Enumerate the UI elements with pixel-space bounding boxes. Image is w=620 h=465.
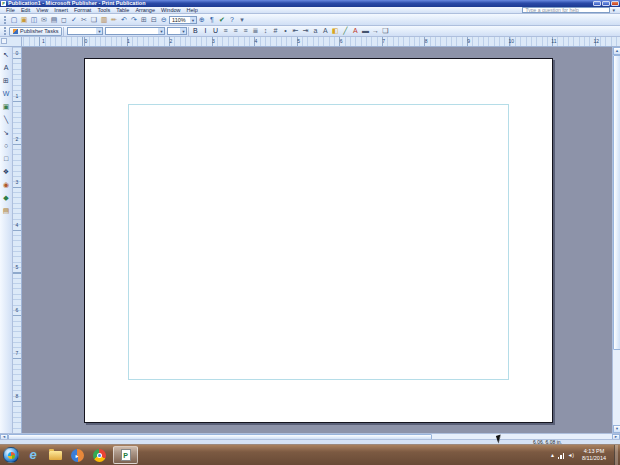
publisher-tasks-button[interactable]: Publisher Tasks	[9, 27, 62, 36]
insert-wordart-tool[interactable]: W	[0, 87, 12, 100]
undo-button[interactable]: ↶	[119, 15, 129, 25]
text-box-tool[interactable]: A	[0, 61, 12, 74]
rectangle-tool[interactable]: □	[0, 152, 12, 165]
shadow-style-button[interactable]: ❏	[380, 26, 390, 36]
vertical-scroll-thumb[interactable]	[613, 55, 620, 350]
select-objects-tool[interactable]: ↖	[0, 48, 12, 61]
network-icon[interactable]	[558, 452, 565, 459]
windows-explorer-button[interactable]	[47, 447, 63, 463]
decrease-font-button[interactable]: a	[310, 26, 320, 36]
print-button[interactable]: ▤	[49, 15, 59, 25]
spelling-button[interactable]: ✓	[69, 15, 79, 25]
menu-item[interactable]: Help	[184, 7, 201, 14]
content-library-tool[interactable]: ▤	[0, 204, 12, 217]
vertical-ruler[interactable]: 012345678	[13, 47, 22, 433]
zoom-out-button[interactable]: ⊖	[159, 15, 169, 25]
taskbar-clock[interactable]: 4:13 PM 8/11/2014	[577, 448, 611, 462]
help-button[interactable]: ?	[227, 15, 237, 25]
chevron-down-icon[interactable]: ▼	[96, 28, 102, 34]
underline-button[interactable]: U	[210, 26, 220, 36]
bring-to-front-button[interactable]: ⊞	[139, 15, 149, 25]
line-style-button[interactable]: ▬	[360, 26, 370, 36]
italic-button[interactable]: I	[200, 26, 210, 36]
open-button[interactable]: ▣	[19, 15, 29, 25]
workspace-scratch-area[interactable]	[22, 47, 612, 433]
increase-font-button[interactable]: A	[320, 26, 330, 36]
zoom-in-button[interactable]: ⊕	[197, 15, 207, 25]
scroll-down-icon[interactable]: ▼	[613, 425, 620, 433]
format-painter-button[interactable]: ✏	[109, 15, 119, 25]
decrease-indent-button[interactable]: ⇤	[290, 26, 300, 36]
media-player-button[interactable]: ▸	[69, 447, 85, 463]
menu-item[interactable]: Table	[113, 7, 132, 14]
hot-spot-tool[interactable]: ◉	[0, 178, 12, 191]
justify-button[interactable]: ≣	[250, 26, 260, 36]
paste-button[interactable]: ▥	[99, 15, 109, 25]
toolbar-grip[interactable]	[4, 27, 7, 35]
menu-item[interactable]: Edit	[18, 7, 33, 14]
cut-button[interactable]: ✂	[79, 15, 89, 25]
new-button[interactable]: ▢	[9, 15, 19, 25]
autoshapes-tool[interactable]: ❖	[0, 165, 12, 178]
start-button[interactable]	[3, 447, 19, 463]
numbering-button[interactable]: #	[270, 26, 280, 36]
zoom-combobox[interactable]: 110% ▼	[169, 16, 197, 24]
internet-explorer-button[interactable]: e	[25, 447, 41, 463]
font-combobox[interactable]: ▼	[105, 27, 165, 35]
print-preview-button[interactable]: ◻	[59, 15, 69, 25]
menu-item[interactable]: View	[33, 7, 51, 14]
picture-frame-tool[interactable]: ▣	[0, 100, 12, 113]
volume-icon[interactable]: ◄)	[567, 452, 574, 458]
align-center-button[interactable]: ≡	[230, 26, 240, 36]
align-right-button[interactable]: ≡	[240, 26, 250, 36]
fill-color-button[interactable]: ◧	[330, 26, 340, 36]
publisher-taskbar-button[interactable]: P	[113, 446, 138, 464]
send-to-back-button[interactable]: ⊟	[149, 15, 159, 25]
publication-page[interactable]	[84, 58, 553, 423]
scroll-up-icon[interactable]: ▲	[613, 47, 620, 55]
maximize-button[interactable]	[602, 1, 610, 6]
special-characters-button[interactable]: ¶	[207, 15, 217, 25]
arrow-style-button[interactable]: →	[370, 26, 380, 36]
oval-tool[interactable]: ○	[0, 139, 12, 152]
align-left-button[interactable]: ≡	[220, 26, 230, 36]
toolbar-options-button[interactable]: ▾	[237, 15, 247, 25]
redo-button[interactable]: ↷	[129, 15, 139, 25]
ruler-origin-box[interactable]	[0, 37, 22, 47]
bullets-button[interactable]: •	[280, 26, 290, 36]
menu-item[interactable]: Format	[71, 7, 94, 14]
help-question-input[interactable]: Type a question for help	[522, 7, 610, 13]
line-tool[interactable]: ╲	[0, 113, 12, 126]
font-color-button[interactable]: A	[350, 26, 360, 36]
insert-table-tool[interactable]: ⊞	[0, 74, 12, 87]
design-checker-button[interactable]: ✔	[217, 15, 227, 25]
chevron-down-icon[interactable]: ▼	[158, 28, 164, 34]
chrome-button[interactable]	[91, 447, 107, 463]
vertical-scrollbar[interactable]: ▲ ▼	[612, 47, 620, 433]
menu-item[interactable]: Arrange	[132, 7, 158, 14]
copy-button[interactable]: ❏	[89, 15, 99, 25]
bold-button[interactable]: B	[190, 26, 200, 36]
font-size-combobox[interactable]: ▼	[167, 27, 187, 35]
menu-item[interactable]: Window	[158, 7, 184, 14]
design-gallery-object-tool[interactable]: ◆	[0, 191, 12, 204]
minimize-button[interactable]	[593, 1, 601, 6]
tab-selector-icon[interactable]	[1, 38, 7, 44]
line-spacing-button[interactable]: ↕	[260, 26, 270, 36]
menu-item[interactable]: Tools	[94, 7, 113, 14]
menu-item[interactable]: File	[3, 7, 18, 14]
line-color-button[interactable]: ╱	[340, 26, 350, 36]
toolbar-grip[interactable]	[4, 16, 7, 24]
chevron-down-icon[interactable]: ▾	[610, 7, 617, 13]
show-hidden-icons-button[interactable]: ▲	[550, 452, 555, 458]
arrow-tool[interactable]: ↘	[0, 126, 12, 139]
save-button[interactable]: ◫	[29, 15, 39, 25]
email-button[interactable]: ✉	[39, 15, 49, 25]
style-combobox[interactable]: ▼	[67, 27, 103, 35]
horizontal-ruler[interactable]: 10123456789101112	[22, 37, 620, 47]
chevron-down-icon[interactable]: ▼	[190, 17, 196, 23]
increase-indent-button[interactable]: ⇥	[300, 26, 310, 36]
chevron-down-icon[interactable]: ▼	[180, 28, 186, 34]
close-button[interactable]	[611, 1, 619, 6]
menu-item[interactable]: Insert	[51, 7, 71, 14]
